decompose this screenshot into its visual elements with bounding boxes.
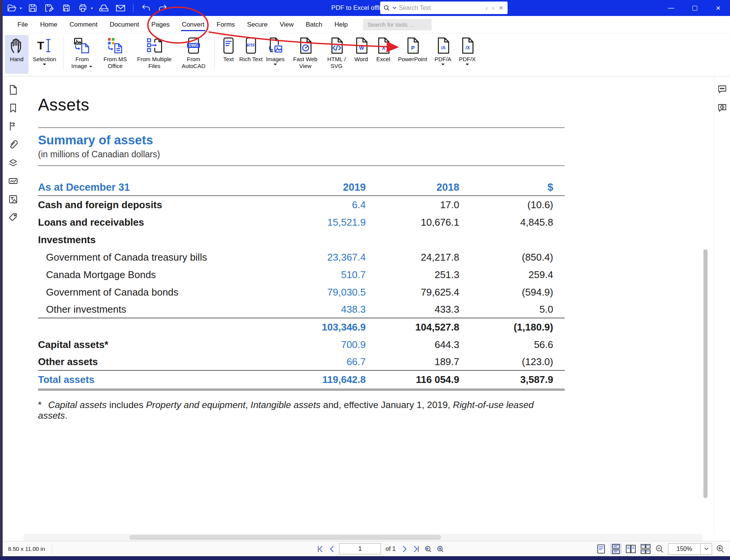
to-excel-button[interactable]: X Excel — [372, 35, 394, 74]
save-button[interactable] — [27, 2, 38, 14]
search-prev-icon[interactable]: ‹ — [484, 5, 489, 11]
signature-panel-icon[interactable] — [8, 176, 18, 186]
menu-document[interactable]: Document — [103, 17, 145, 32]
print-dropdown-caret[interactable]: ▾ — [91, 6, 93, 10]
page-number-input[interactable] — [339, 543, 381, 554]
horizontal-scrollbar-thumb[interactable] — [129, 535, 441, 540]
save-as-button[interactable] — [44, 2, 55, 14]
zoom-in-button[interactable] — [716, 544, 725, 554]
previous-view-button[interactable] — [423, 544, 432, 554]
value-change: (1,180.9) — [459, 321, 553, 333]
search-next-icon[interactable]: › — [491, 5, 495, 11]
ribbon-label: Images — [266, 56, 284, 63]
flag-panel-icon[interactable] — [8, 121, 18, 131]
zoom-level-control[interactable]: 150% — [668, 543, 712, 555]
bookmarks-panel-icon[interactable] — [8, 103, 18, 113]
menu-home[interactable]: Home — [34, 17, 63, 32]
print-button[interactable] — [77, 2, 89, 14]
facing-view-button[interactable] — [625, 543, 636, 555]
from-autocad-button[interactable]: DWG From AutoCAD — [176, 35, 211, 74]
pdfa-file-icon: /A — [434, 37, 452, 54]
image-to-pdf-icon — [73, 37, 91, 54]
from-image-button[interactable]: From Image — [67, 35, 97, 74]
pages-panel-icon[interactable] — [8, 85, 18, 95]
text-image-panel-icon[interactable] — [8, 194, 18, 204]
maximize-icon — [692, 6, 697, 11]
menu-pages[interactable]: Pages — [145, 17, 176, 32]
to-text-button[interactable]: Text — [218, 35, 239, 74]
maximize-button[interactable] — [683, 0, 706, 16]
menu-batch[interactable]: Batch — [300, 17, 328, 32]
from-ms-office-button[interactable]: From MS Office — [97, 35, 133, 74]
tags-panel-icon[interactable] — [8, 212, 18, 223]
to-images-button[interactable]: Images — [263, 35, 288, 74]
search-close-icon[interactable]: ✕ — [497, 5, 505, 11]
search-input[interactable] — [399, 5, 482, 11]
ribbon-label: Selection — [33, 56, 56, 63]
to-rich-text-button[interactable]: RTF Rich Text — [239, 35, 263, 74]
menu-convert[interactable]: Convert — [176, 17, 211, 32]
to-word-button[interactable]: W Word — [350, 35, 372, 74]
attachments-panel-icon[interactable] — [8, 139, 18, 150]
minimize-button[interactable]: — — [659, 0, 683, 16]
facing-continuous-view-button[interactable] — [640, 543, 651, 555]
zoom-level-value[interactable]: 150% — [668, 543, 701, 555]
first-page-button[interactable] — [316, 545, 325, 553]
search-text-box[interactable]: ‹ › ✕ — [380, 2, 508, 14]
value-2019: 6.4 — [272, 199, 366, 211]
scan-button[interactable] — [98, 2, 110, 14]
previous-page-button[interactable] — [328, 545, 336, 553]
value-2018: 116 054.9 — [366, 374, 459, 386]
menu-comment[interactable]: Comment — [63, 17, 104, 32]
vertical-scrollbar-thumb[interactable] — [703, 249, 708, 498]
row-label: Loans and receivables — [38, 217, 272, 228]
col-header-2019: 2019 — [272, 182, 366, 193]
ribbon-separator — [63, 37, 64, 70]
single-page-view-button[interactable] — [595, 543, 607, 555]
close-button[interactable]: ✕ — [706, 0, 730, 16]
next-page-button[interactable] — [400, 545, 409, 553]
email-button[interactable] — [115, 2, 126, 14]
ribbon-label: Word — [354, 56, 368, 63]
last-page-button[interactable] — [412, 545, 420, 553]
document-view[interactable]: Assets Summary of assets (in millions of… — [24, 76, 701, 534]
horizontal-scrollbar[interactable] — [24, 534, 703, 541]
selection-tool-button[interactable]: T Selection — [29, 35, 60, 74]
excel-file-icon: X — [375, 37, 392, 54]
comments-panel-icon[interactable] — [717, 84, 727, 94]
open-dropdown-caret[interactable]: ▾ — [20, 6, 22, 10]
open-file-button[interactable] — [6, 2, 17, 14]
zoom-dropdown-button[interactable] — [701, 543, 712, 555]
titlebar-separator — [133, 4, 133, 12]
value-change: (123.0) — [459, 356, 553, 368]
to-powerpoint-button[interactable]: P PowerPoint — [394, 35, 431, 74]
to-pdfa-button[interactable]: /A PDF/A — [431, 35, 455, 74]
to-html-svg-button[interactable]: HTML / SVG — [323, 35, 350, 74]
continuous-view-button[interactable] — [610, 543, 622, 555]
redo-button[interactable] — [157, 2, 168, 14]
undo-button[interactable] — [140, 2, 152, 14]
menu-secure[interactable]: Secure — [241, 17, 274, 32]
powerpoint-file-icon: P — [404, 37, 421, 54]
fast-web-view-button[interactable]: Fast Web View — [288, 35, 323, 74]
section-title: Summary of assets — [38, 133, 565, 147]
menu-help[interactable]: Help — [328, 17, 354, 32]
value-2019: 700.9 — [272, 339, 366, 351]
menu-forms[interactable]: Forms — [211, 17, 241, 32]
save-copy-button[interactable] — [60, 2, 72, 14]
search-options-caret[interactable] — [392, 6, 397, 9]
hand-tool-button[interactable]: Hand — [5, 35, 29, 74]
next-view-button[interactable] — [435, 544, 444, 554]
layers-panel-icon[interactable] — [8, 158, 18, 168]
tools-search-input[interactable] — [363, 19, 432, 30]
to-pdfx-button[interactable]: /X PDF/X — [455, 35, 479, 74]
menu-file[interactable]: File — [11, 17, 34, 32]
value-change: 56.6 — [459, 339, 553, 351]
from-multiple-files-button[interactable]: From Multiple Files — [133, 35, 176, 74]
vertical-scrollbar[interactable] — [703, 76, 708, 534]
menu-view[interactable]: View — [274, 17, 300, 32]
row-label: Cash and foreign deposits — [38, 199, 272, 211]
row-label: Total assets — [38, 374, 272, 386]
review-history-panel-icon[interactable] — [717, 103, 727, 113]
zoom-out-button[interactable] — [655, 544, 665, 554]
